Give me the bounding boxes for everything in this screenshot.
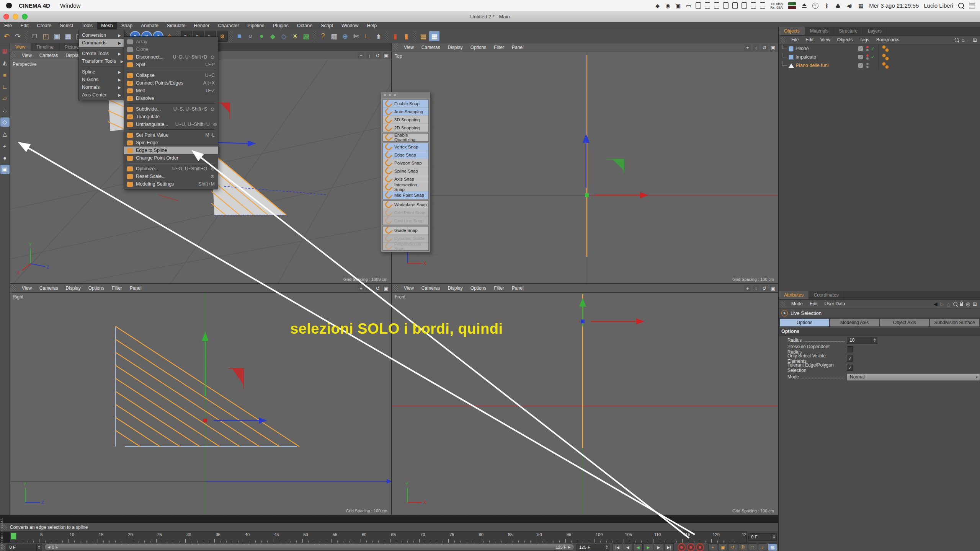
attribute-menu-edit[interactable]: Edit	[806, 301, 821, 306]
viewport-menu-display[interactable]: Display	[62, 285, 84, 291]
macos-app-menu[interactable]: CINEMA 4D	[19, 2, 50, 9]
object-menu-tags[interactable]: Tags	[856, 37, 873, 42]
app-menu-mesh[interactable]: Mesh	[97, 22, 117, 29]
istat-box-8[interactable]	[760, 2, 765, 9]
visibility-dots[interactable]	[866, 54, 869, 60]
polygons-mode-button[interactable]: △	[0, 129, 10, 139]
drag-grip[interactable]	[11, 52, 16, 59]
help-icon[interactable]: ?	[318, 31, 328, 41]
istat-box-4[interactable]	[723, 2, 728, 9]
viewport-menu-filter[interactable]: Filter	[490, 45, 508, 50]
snap-item-spline-snap[interactable]: Spline Snap	[383, 167, 428, 175]
dropbox-icon[interactable]: ◆	[654, 2, 661, 9]
viewport-menu-cameras[interactable]: Cameras	[36, 285, 62, 291]
menu-item-normals[interactable]: Normals▶	[79, 83, 124, 91]
new-scene-icon[interactable]: □	[29, 31, 40, 41]
render-view-button[interactable]: ▦	[0, 46, 10, 55]
app-menu-render[interactable]: Render	[189, 22, 214, 29]
drag-grip[interactable]	[393, 44, 398, 51]
dolly-icon[interactable]: ↕	[753, 44, 760, 51]
render-settings-button[interactable]: ⚙	[217, 31, 228, 42]
previous-frame-button[interactable]: ◀	[623, 543, 632, 551]
checkbox[interactable]: ✓	[847, 365, 853, 371]
snap-item-auto-snapping[interactable]: Auto Snapping	[383, 108, 428, 116]
viewport-canvas-top[interactable]: X ZTopGrid Spacing : 100 cm	[392, 52, 778, 283]
app-menu-simulate[interactable]: Simulate	[163, 22, 190, 29]
make-editable-button[interactable]: ◭	[0, 58, 10, 67]
options-section-header[interactable]: Options	[779, 327, 980, 336]
pan-icon[interactable]: +	[358, 285, 364, 292]
viewport-menu-options[interactable]: Options	[467, 45, 490, 50]
tab-materials[interactable]: Materials	[805, 27, 834, 35]
menu-item-commands[interactable]: Commands▶	[79, 39, 124, 47]
snap-palette-titlebar[interactable]	[381, 92, 430, 98]
frame-range-slider[interactable]: ◀ 0 F 125 F ▶	[44, 544, 574, 551]
viewport-canvas-front[interactable]: X YFrontGrid Spacing : 100 cm	[392, 293, 778, 515]
section-tab-subdivision-surface[interactable]: Subdivision Surface	[930, 319, 979, 326]
snap-item-axis-snap[interactable]: Axis Snap	[383, 175, 428, 183]
add-panel-icon[interactable]: ⊞	[973, 37, 977, 43]
object-name[interactable]: Impalcato	[795, 54, 816, 60]
add-spline-button[interactable]: ◇	[279, 31, 289, 41]
character-tools-button[interactable]: ✄	[351, 31, 361, 41]
viewport-solo-button[interactable]: ●	[0, 153, 10, 162]
object-tags[interactable]	[882, 54, 890, 60]
menu-item-triangulate[interactable]: ↓Triangulate	[124, 113, 218, 121]
visibility-dots[interactable]	[866, 46, 869, 51]
viewport-menu-panel[interactable]: Panel	[126, 285, 145, 291]
snap-item-workplane-snap[interactable]: Workplane Snap	[383, 201, 428, 209]
gear-icon[interactable]: ⚙	[210, 106, 215, 112]
layer-toggle-icon[interactable]	[858, 46, 863, 51]
app-menu-script[interactable]: Script	[317, 22, 337, 29]
rotate-icon[interactable]: ↺	[374, 52, 381, 59]
pan-icon[interactable]: +	[744, 285, 751, 292]
save-icon[interactable]: ▣	[52, 31, 62, 41]
viewport-menu-view[interactable]: View	[400, 285, 418, 291]
istat-box-6[interactable]	[742, 2, 747, 9]
save-project-icon[interactable]: ▦	[63, 31, 73, 41]
app-menu-character[interactable]: Character	[214, 22, 243, 29]
menu-item-split[interactable]: SplitU~P	[124, 61, 218, 68]
menubar-clock[interactable]: Mer 3 ago 21:29:55	[869, 2, 919, 9]
material-orange-button[interactable]: ▮	[401, 31, 412, 41]
go-to-start-button[interactable]: |◀	[612, 543, 622, 551]
rotate-icon[interactable]: ↺	[374, 285, 381, 292]
gear-icon[interactable]: ⚙	[210, 54, 215, 60]
attribute-menu-mode[interactable]: Mode	[788, 301, 806, 306]
section-tab-object-axis[interactable]: Object Axis	[880, 319, 929, 326]
menu-item-axis-center[interactable]: Axis Center▶	[79, 91, 124, 99]
snap-item-2d-snapping[interactable]: 2D Snapping	[383, 124, 428, 132]
menu-item-n-gons[interactable]: N-Gons▶	[79, 76, 124, 83]
viewport-top[interactable]: ViewCamerasDisplayOptionsFilterPanel+↕↺▣…	[392, 43, 778, 283]
toggle-view-icon[interactable]: ▣	[383, 285, 390, 292]
add-cube-button[interactable]: ■	[234, 31, 245, 41]
workplane-button[interactable]: ∟	[362, 31, 372, 41]
menu-item-conversion[interactable]: Conversion▶	[79, 31, 124, 39]
app-menu-create[interactable]: Create	[33, 22, 56, 29]
redo-icon[interactable]: ↷	[13, 31, 23, 41]
istat-box-7[interactable]	[751, 2, 756, 9]
object-menu-bookmarks[interactable]: Bookmarks	[873, 37, 903, 42]
istat-box-2[interactable]	[705, 2, 710, 9]
key-position-button[interactable]: +	[708, 543, 717, 551]
app-menu-select[interactable]: Select	[56, 22, 77, 29]
key-parameter-button[interactable]: Ⓟ	[738, 543, 747, 551]
joint-tool-button[interactable]: ⋔	[373, 31, 384, 41]
search-icon[interactable]	[953, 302, 957, 306]
enabled-check-icon[interactable]: ✓	[871, 54, 876, 60]
istat-box-3[interactable]	[714, 2, 719, 9]
viewport-menu-filter[interactable]: Filter	[490, 285, 508, 291]
tab-view[interactable]: View	[10, 43, 31, 51]
attribute-menu-user-data[interactable]: User Data	[821, 301, 849, 306]
drag-grip[interactable]	[393, 285, 398, 291]
snap-item-enable-quantizing[interactable]: Enable Quantizing	[383, 134, 428, 141]
open-scene-icon[interactable]: ◰	[41, 31, 51, 41]
drag-grip[interactable]	[781, 37, 785, 43]
texture-mode-button[interactable]: ∟	[0, 82, 10, 91]
play-backward-button[interactable]: ◀	[633, 543, 643, 551]
time-machine-icon[interactable]	[812, 3, 818, 9]
workplane-mode-button[interactable]: ▱	[0, 94, 10, 103]
timeline-ruler[interactable]: 0510152025303540455055606570758085909510…	[10, 531, 746, 543]
add-sphere-button[interactable]: ●	[256, 31, 267, 41]
menu-item-edge-to-spline[interactable]: Edge to Spline	[124, 147, 218, 154]
